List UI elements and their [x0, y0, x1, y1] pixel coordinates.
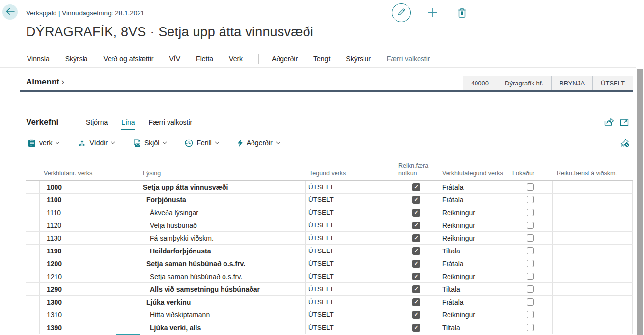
- cell-bill-to[interactable]: [553, 232, 633, 244]
- share-button[interactable]: [604, 118, 614, 128]
- cell-blocked[interactable]: [508, 321, 553, 334]
- column-header[interactable]: Lokaður: [508, 169, 553, 180]
- part-tab-l-na[interactable]: Lína: [121, 118, 135, 130]
- post-usage-checkbox[interactable]: [412, 273, 420, 280]
- toolbar-button-v-ddir[interactable]: Víddir: [78, 139, 115, 147]
- cell-task-no[interactable]: 1130: [40, 232, 116, 244]
- cell-blocked[interactable]: [508, 270, 553, 282]
- cell-blocked[interactable]: [508, 257, 553, 270]
- summary-badge[interactable]: BRYNJA: [552, 76, 593, 90]
- row-selector-cell[interactable]: [26, 206, 40, 219]
- cell-spacer[interactable]: [116, 270, 139, 282]
- cell-job-type[interactable]: ÚTSELT: [306, 308, 394, 321]
- row-selector-cell[interactable]: [26, 245, 40, 257]
- cell-spacer[interactable]: [116, 194, 139, 206]
- cell-description[interactable]: Hitta viðskiptamann: [139, 308, 306, 321]
- cell-job-type[interactable]: ÚTSELT: [306, 283, 394, 295]
- menu-item[interactable]: Verk: [229, 55, 243, 63]
- general-fasttab-header[interactable]: Almennt›: [26, 77, 64, 87]
- cell-blocked[interactable]: [508, 219, 553, 231]
- cell-task-type[interactable]: Frátala: [438, 194, 508, 206]
- cell-task-type[interactable]: Tiltala: [438, 321, 508, 334]
- cell-task-type[interactable]: Reikningur: [438, 219, 508, 231]
- new-button[interactable]: [427, 7, 438, 20]
- row-selector-cell[interactable]: [26, 270, 40, 282]
- menu-item[interactable]: Skýrsla: [65, 55, 88, 63]
- open-in-new-window-button[interactable]: [620, 118, 629, 128]
- cell-description[interactable]: Velja húsbúnað: [139, 219, 306, 231]
- cell-post-usage[interactable]: [394, 219, 438, 231]
- cell-description[interactable]: Setja upp átta vinnusvæði: [139, 181, 306, 193]
- cell-spacer[interactable]: [116, 321, 139, 334]
- part-tab-stj-rna[interactable]: Stjórna: [86, 118, 108, 130]
- cell-bill-to[interactable]: [553, 296, 633, 308]
- cell-task-type[interactable]: Frátala: [438, 257, 508, 270]
- cell-spacer[interactable]: [116, 308, 139, 321]
- cell-description[interactable]: Ákveða lýsingar: [139, 206, 306, 219]
- cell-task-no[interactable]: 1120: [40, 219, 116, 231]
- toolbar-button-skj-l[interactable]: Skjöl: [133, 139, 167, 147]
- post-usage-checkbox[interactable]: [412, 234, 420, 242]
- blocked-checkbox[interactable]: [527, 311, 534, 318]
- cell-task-no[interactable]: 1200: [40, 257, 116, 270]
- column-header[interactable]: Reikn.færa notkun: [394, 162, 438, 181]
- cell-bill-to[interactable]: [553, 321, 633, 334]
- cell-task-type[interactable]: Tiltala: [438, 245, 508, 257]
- cell-post-usage[interactable]: [394, 206, 438, 219]
- cell-task-type[interactable]: Reikningur: [438, 232, 508, 244]
- cell-task-no[interactable]: 1100: [40, 194, 116, 206]
- blocked-checkbox[interactable]: [527, 183, 534, 191]
- cell-blocked[interactable]: [508, 245, 553, 257]
- cell-bill-to[interactable]: [553, 270, 633, 282]
- edit-button[interactable]: [392, 3, 411, 22]
- back-button[interactable]: [2, 4, 18, 20]
- cell-description[interactable]: Forþjónusta: [139, 194, 306, 206]
- cell-task-no[interactable]: 1300: [40, 296, 116, 308]
- blocked-checkbox[interactable]: [527, 209, 534, 216]
- cell-post-usage[interactable]: [394, 257, 438, 270]
- toolbar-button-verk[interactable]: verk: [28, 139, 60, 147]
- toolbar-button-ferill[interactable]: Ferill: [185, 139, 219, 147]
- cell-task-no[interactable]: 1210: [40, 270, 116, 282]
- cell-task-no[interactable]: 1290: [40, 283, 116, 295]
- row-selector-cell[interactable]: [26, 232, 40, 244]
- cell-description[interactable]: Heildarforþjónusta: [139, 245, 306, 257]
- cell-bill-to[interactable]: [553, 194, 633, 206]
- cell-blocked[interactable]: [508, 194, 553, 206]
- cell-bill-to[interactable]: [553, 308, 633, 321]
- cell-job-type[interactable]: ÚTSELT: [306, 181, 394, 193]
- blocked-checkbox[interactable]: [527, 324, 534, 331]
- post-usage-checkbox[interactable]: [412, 222, 420, 229]
- cell-task-type[interactable]: Tiltala: [438, 283, 508, 295]
- blocked-checkbox[interactable]: [527, 298, 534, 306]
- cell-description[interactable]: Setja saman húsbúnað o.s.frv.: [139, 270, 306, 282]
- column-header[interactable]: Reikn.færist á viðskm.: [553, 169, 633, 180]
- summary-badge[interactable]: Dýragrafík hf.: [497, 76, 552, 90]
- row-selector-cell[interactable]: [26, 283, 40, 295]
- blocked-checkbox[interactable]: [527, 273, 534, 280]
- menu-item[interactable]: Vinnsla: [27, 55, 50, 63]
- cell-bill-to[interactable]: [553, 219, 633, 231]
- summary-badge[interactable]: ÚTSELT: [593, 76, 633, 90]
- menu-item[interactable]: VÍV: [169, 55, 181, 63]
- cell-task-no[interactable]: 1110: [40, 206, 116, 219]
- cell-post-usage[interactable]: [394, 283, 438, 295]
- menu-item[interactable]: Fletta: [196, 55, 213, 63]
- cell-spacer[interactable]: [116, 219, 139, 231]
- cell-post-usage[interactable]: [394, 308, 438, 321]
- row-selector-cell[interactable]: [26, 308, 40, 321]
- row-selector-cell[interactable]: [26, 321, 40, 334]
- post-usage-checkbox[interactable]: [412, 298, 420, 306]
- scrollbar-thumb[interactable]: [637, 69, 643, 335]
- cell-post-usage[interactable]: [394, 194, 438, 206]
- cell-task-type[interactable]: Reikningur: [438, 270, 508, 282]
- cell-post-usage[interactable]: [394, 296, 438, 308]
- cell-bill-to[interactable]: [553, 257, 633, 270]
- summary-badge[interactable]: 40000: [463, 76, 497, 90]
- row-selector-cell[interactable]: [26, 296, 40, 308]
- cell-spacer[interactable]: [116, 296, 139, 308]
- post-usage-checkbox[interactable]: [412, 183, 420, 191]
- cell-post-usage[interactable]: [394, 321, 438, 334]
- cell-description[interactable]: Setja saman húsbúnað o.s.frv.: [139, 257, 306, 270]
- cell-task-type[interactable]: Reikningur: [438, 206, 508, 219]
